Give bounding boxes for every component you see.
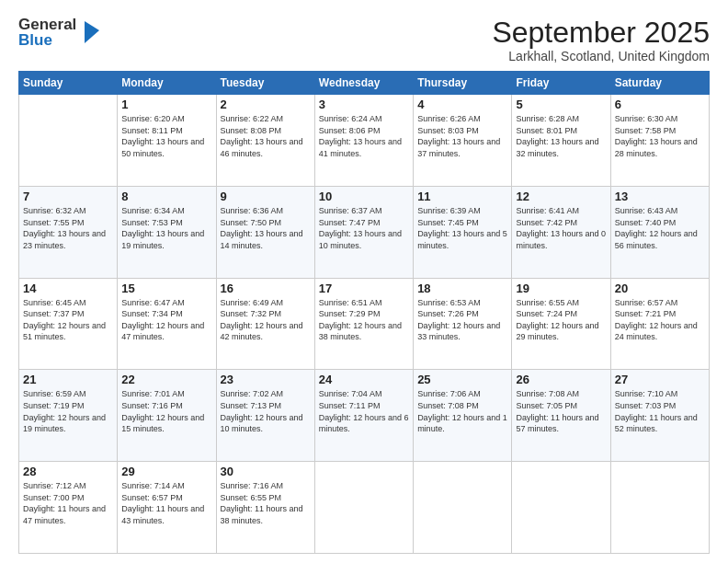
table-row: 20 Sunrise: 6:57 AMSunset: 7:21 PMDaylig… <box>610 278 709 370</box>
page: General Blue September 2025 Larkhall, Sc… <box>0 0 728 563</box>
day-info: Sunrise: 7:10 AMSunset: 7:03 PMDaylight:… <box>615 389 698 433</box>
day-number: 20 <box>615 282 705 295</box>
calendar-week-row: 21 Sunrise: 6:59 AMSunset: 7:19 PMDaylig… <box>19 370 710 462</box>
day-info: Sunrise: 6:51 AMSunset: 7:29 PMDaylight:… <box>319 298 402 342</box>
calendar-table: Sunday Monday Tuesday Wednesday Thursday… <box>18 71 710 554</box>
day-info: Sunrise: 6:20 AMSunset: 8:11 PMDaylight:… <box>121 114 204 158</box>
day-number: 25 <box>417 373 507 386</box>
day-number: 28 <box>23 465 113 478</box>
day-info: Sunrise: 6:24 AMSunset: 8:06 PMDaylight:… <box>319 114 402 158</box>
table-row: 3 Sunrise: 6:24 AMSunset: 8:06 PMDayligh… <box>314 95 413 187</box>
day-number: 12 <box>516 190 606 203</box>
month-title: September 2025 <box>492 17 710 49</box>
day-number: 16 <box>221 282 311 295</box>
col-saturday: Saturday <box>610 72 709 95</box>
day-number: 22 <box>121 373 211 386</box>
day-number: 15 <box>121 282 211 295</box>
logo-blue-text: Blue <box>18 32 76 48</box>
day-info: Sunrise: 6:22 AMSunset: 8:08 PMDaylight:… <box>221 114 303 158</box>
col-monday: Monday <box>118 72 216 95</box>
day-info: Sunrise: 6:59 AMSunset: 7:19 PMDaylight:… <box>23 389 106 433</box>
table-row: 12 Sunrise: 6:41 AMSunset: 7:42 PMDaylig… <box>512 186 610 278</box>
day-info: Sunrise: 7:08 AMSunset: 7:05 PMDaylight:… <box>516 389 598 433</box>
day-number: 7 <box>23 190 113 203</box>
day-info: Sunrise: 6:39 AMSunset: 7:45 PMDaylight:… <box>417 206 507 250</box>
location-subtitle: Larkhall, Scotland, United Kingdom <box>492 49 710 63</box>
table-row: 7 Sunrise: 6:32 AMSunset: 7:55 PMDayligh… <box>19 186 118 278</box>
logo-general-text: General <box>18 17 76 32</box>
calendar-week-row: 28 Sunrise: 7:12 AMSunset: 7:00 PMDaylig… <box>19 462 710 554</box>
table-row: 1 Sunrise: 6:20 AMSunset: 8:11 PMDayligh… <box>118 95 216 187</box>
day-number: 6 <box>615 98 705 111</box>
col-tuesday: Tuesday <box>216 72 314 95</box>
table-row: 23 Sunrise: 7:02 AMSunset: 7:13 PMDaylig… <box>216 370 314 462</box>
day-number: 24 <box>319 373 409 386</box>
day-info: Sunrise: 7:12 AMSunset: 7:00 PMDaylight:… <box>23 481 106 525</box>
table-row <box>512 462 610 554</box>
calendar-week-row: 14 Sunrise: 6:45 AMSunset: 7:37 PMDaylig… <box>19 278 710 370</box>
calendar-week-row: 7 Sunrise: 6:32 AMSunset: 7:55 PMDayligh… <box>19 186 710 278</box>
col-thursday: Thursday <box>414 72 512 95</box>
day-info: Sunrise: 6:34 AMSunset: 7:53 PMDaylight:… <box>121 206 204 250</box>
day-info: Sunrise: 6:45 AMSunset: 7:37 PMDaylight:… <box>23 298 106 342</box>
table-row: 15 Sunrise: 6:47 AMSunset: 7:34 PMDaylig… <box>118 278 216 370</box>
day-info: Sunrise: 6:55 AMSunset: 7:24 PMDaylight:… <box>516 298 598 342</box>
day-info: Sunrise: 6:57 AMSunset: 7:21 PMDaylight:… <box>615 298 698 342</box>
day-number: 1 <box>121 98 211 111</box>
col-friday: Friday <box>512 72 610 95</box>
logo-icon <box>81 19 101 45</box>
day-info: Sunrise: 7:04 AMSunset: 7:11 PMDaylight:… <box>319 389 409 433</box>
table-row <box>314 462 413 554</box>
day-number: 14 <box>23 282 113 295</box>
day-info: Sunrise: 6:36 AMSunset: 7:50 PMDaylight:… <box>221 206 303 250</box>
table-row: 16 Sunrise: 6:49 AMSunset: 7:32 PMDaylig… <box>216 278 314 370</box>
day-number: 5 <box>516 98 606 111</box>
table-row: 9 Sunrise: 6:36 AMSunset: 7:50 PMDayligh… <box>216 186 314 278</box>
day-number: 4 <box>417 98 507 111</box>
table-row: 30 Sunrise: 7:16 AMSunset: 6:55 PMDaylig… <box>216 462 314 554</box>
table-row: 21 Sunrise: 6:59 AMSunset: 7:19 PMDaylig… <box>19 370 118 462</box>
col-sunday: Sunday <box>19 72 118 95</box>
day-info: Sunrise: 6:53 AMSunset: 7:26 PMDaylight:… <box>417 298 500 342</box>
day-info: Sunrise: 6:26 AMSunset: 8:03 PMDaylight:… <box>417 114 500 158</box>
table-row: 28 Sunrise: 7:12 AMSunset: 7:00 PMDaylig… <box>19 462 118 554</box>
day-number: 30 <box>221 465 311 478</box>
table-row: 25 Sunrise: 7:06 AMSunset: 7:08 PMDaylig… <box>414 370 512 462</box>
day-info: Sunrise: 6:28 AMSunset: 8:01 PMDaylight:… <box>516 114 598 158</box>
calendar-week-row: 1 Sunrise: 6:20 AMSunset: 8:11 PMDayligh… <box>19 95 710 187</box>
day-info: Sunrise: 6:30 AMSunset: 7:58 PMDaylight:… <box>615 114 698 158</box>
title-block: September 2025 Larkhall, Scotland, Unite… <box>492 17 710 63</box>
day-info: Sunrise: 6:43 AMSunset: 7:40 PMDaylight:… <box>615 206 698 250</box>
day-info: Sunrise: 6:32 AMSunset: 7:55 PMDaylight:… <box>23 206 106 250</box>
table-row: 8 Sunrise: 6:34 AMSunset: 7:53 PMDayligh… <box>118 186 216 278</box>
day-info: Sunrise: 6:37 AMSunset: 7:47 PMDaylight:… <box>319 206 402 250</box>
day-number: 13 <box>615 190 705 203</box>
day-number: 9 <box>221 190 311 203</box>
day-number: 11 <box>417 190 507 203</box>
table-row: 13 Sunrise: 6:43 AMSunset: 7:40 PMDaylig… <box>610 186 709 278</box>
header-row: Sunday Monday Tuesday Wednesday Thursday… <box>19 72 710 95</box>
table-row: 19 Sunrise: 6:55 AMSunset: 7:24 PMDaylig… <box>512 278 610 370</box>
day-info: Sunrise: 6:49 AMSunset: 7:32 PMDaylight:… <box>221 298 303 342</box>
day-number: 26 <box>516 373 606 386</box>
day-number: 3 <box>319 98 409 111</box>
day-number: 29 <box>121 465 211 478</box>
table-row: 26 Sunrise: 7:08 AMSunset: 7:05 PMDaylig… <box>512 370 610 462</box>
table-row: 27 Sunrise: 7:10 AMSunset: 7:03 PMDaylig… <box>610 370 709 462</box>
table-row: 22 Sunrise: 7:01 AMSunset: 7:16 PMDaylig… <box>118 370 216 462</box>
day-info: Sunrise: 7:14 AMSunset: 6:57 PMDaylight:… <box>121 481 204 525</box>
day-number: 2 <box>221 98 311 111</box>
table-row: 29 Sunrise: 7:14 AMSunset: 6:57 PMDaylig… <box>118 462 216 554</box>
day-info: Sunrise: 7:01 AMSunset: 7:16 PMDaylight:… <box>121 389 204 433</box>
table-row: 6 Sunrise: 6:30 AMSunset: 7:58 PMDayligh… <box>610 95 709 187</box>
table-row <box>414 462 512 554</box>
table-row: 5 Sunrise: 6:28 AMSunset: 8:01 PMDayligh… <box>512 95 610 187</box>
table-row: 11 Sunrise: 6:39 AMSunset: 7:45 PMDaylig… <box>414 186 512 278</box>
svg-marker-0 <box>85 21 99 43</box>
day-number: 19 <box>516 282 606 295</box>
header: General Blue September 2025 Larkhall, Sc… <box>18 17 710 63</box>
table-row: 14 Sunrise: 6:45 AMSunset: 7:37 PMDaylig… <box>19 278 118 370</box>
day-number: 10 <box>319 190 409 203</box>
day-info: Sunrise: 6:41 AMSunset: 7:42 PMDaylight:… <box>516 206 606 250</box>
table-row: 24 Sunrise: 7:04 AMSunset: 7:11 PMDaylig… <box>314 370 413 462</box>
